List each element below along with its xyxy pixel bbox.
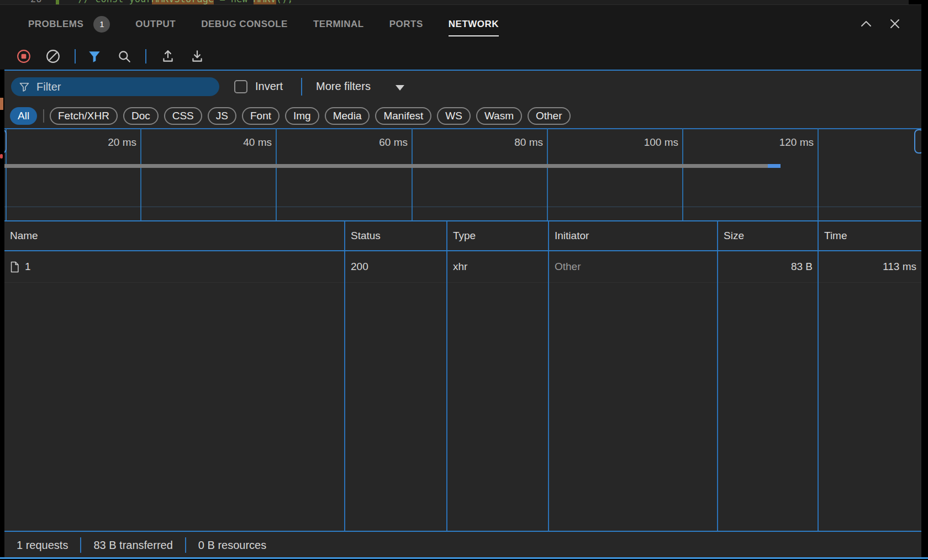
request-name-text: 1 [25, 261, 31, 273]
column-header-name[interactable]: Name [4, 221, 344, 250]
ruler-tick-40ms: 40 ms [243, 136, 272, 149]
column-header-type[interactable]: Type [446, 221, 548, 250]
overview-right-handle[interactable] [914, 129, 921, 154]
chevron-up-icon[interactable] [860, 17, 873, 30]
chip-divider [43, 109, 44, 123]
ruler-tick-100ms: 100 ms [644, 136, 678, 149]
request-row-initiator[interactable]: Other [549, 251, 717, 283]
network-devtools-panel: Filter Invert More filters All Fetch/XHR… [4, 70, 921, 557]
problems-count-badge: 1 [93, 16, 110, 33]
ruler-gridline [547, 128, 548, 221]
type-column: xhr [446, 251, 548, 531]
vscode-panel-screen: 26 // const yourMMKVStorage = new MMKV()… [0, 0, 928, 560]
request-row-name[interactable]: 1 [4, 251, 344, 283]
chip-wasm[interactable]: Wasm [476, 107, 522, 125]
more-filters-button[interactable]: More filters [316, 80, 371, 93]
chip-manifest[interactable]: Manifest [375, 107, 431, 125]
tab-network-label: NETWORK [449, 19, 499, 30]
panel-bottom-accent [0, 557, 928, 559]
initiator-column: Other [548, 251, 717, 531]
tab-ports-label: PORTS [389, 19, 423, 30]
status-separator [80, 537, 81, 553]
document-icon [10, 261, 19, 273]
filter-separator [301, 78, 302, 96]
ruler-tick-20ms: 20 ms [108, 136, 136, 149]
type-chip-row: Fetch/XHR Doc CSS JS Font Img Media Mani… [50, 107, 571, 125]
ruler-gridline [140, 128, 141, 221]
tab-problems[interactable]: PROBLEMS 1 [28, 5, 110, 43]
line-number: 26 [30, 0, 41, 4]
tab-debug-console[interactable]: DEBUG CONSOLE [201, 5, 288, 43]
ruler-gridline [412, 128, 413, 221]
chip-img[interactable]: Img [285, 107, 319, 125]
filter-placeholder: Filter [36, 81, 61, 93]
column-header-initiator[interactable]: Initiator [548, 221, 717, 250]
invert-checkbox[interactable] [234, 80, 247, 93]
panel-actions [860, 4, 901, 43]
column-header-time[interactable]: Time [818, 221, 921, 250]
request-row-size[interactable]: 83 B [718, 251, 818, 283]
tab-terminal[interactable]: TERMINAL [313, 5, 364, 43]
export-har-icon[interactable] [190, 49, 204, 64]
ruler-gridline [818, 128, 819, 221]
column-header-size[interactable]: Size [717, 221, 818, 250]
ruler-gridline [682, 128, 683, 221]
overview-request-bar-tip [768, 164, 781, 168]
dropdown-caret-icon [396, 85, 404, 91]
active-tab-underline [449, 35, 499, 36]
tab-network[interactable]: NETWORK [449, 5, 499, 43]
code-seg: (); [276, 0, 293, 4]
editor-code-line: 26 // const yourMMKVStorage = new MMKV()… [0, 0, 293, 4]
request-row-type[interactable]: xhr [447, 251, 548, 283]
tab-output-label: OUTPUT [135, 19, 176, 30]
invert-label: Invert [255, 80, 283, 93]
tab-ports[interactable]: PORTS [389, 5, 423, 43]
requests-count: 1 requests [17, 539, 68, 552]
record-stop-icon[interactable] [17, 49, 31, 64]
ruler-tick-80ms: 80 ms [514, 136, 543, 149]
size-column: 83 B [717, 251, 818, 531]
filter-funnel-icon[interactable] [87, 49, 102, 64]
import-har-icon[interactable] [161, 49, 175, 64]
code-seg-highlight: MMKVStorage [152, 0, 214, 4]
editor-edge-marker [0, 98, 3, 110]
close-icon[interactable] [888, 17, 901, 30]
chip-media[interactable]: Media [325, 107, 370, 125]
tab-output[interactable]: OUTPUT [135, 5, 176, 43]
request-row-status[interactable]: 200 [345, 251, 446, 283]
chip-other[interactable]: Other [528, 107, 571, 125]
chip-doc[interactable]: Doc [123, 107, 159, 125]
request-table-header: Name Status Type Initiator Size Time [4, 220, 921, 251]
tab-problems-label: PROBLEMS [28, 19, 83, 30]
gutter-change-bar [56, 0, 59, 4]
column-header-status[interactable]: Status [344, 221, 446, 250]
code-seg-highlight: MMKV [254, 0, 276, 4]
status-column: 200 [344, 251, 446, 531]
clear-block-icon[interactable] [46, 49, 60, 64]
toolbar-separator [145, 49, 146, 64]
chip-all[interactable]: All [10, 107, 37, 125]
request-row-time[interactable]: 113 ms [819, 251, 921, 283]
chip-font[interactable]: Font [242, 107, 280, 125]
chip-fetch-xhr[interactable]: Fetch/XHR [50, 107, 118, 125]
name-column: 1 [4, 251, 344, 531]
status-separator [185, 537, 186, 553]
ruler-top-border [4, 128, 921, 129]
chip-js[interactable]: JS [208, 107, 236, 125]
tab-terminal-label: TERMINAL [313, 19, 364, 30]
editor-edge-breakpoint [0, 154, 3, 159]
toolbar-separator [75, 49, 76, 64]
ruler-gridline [276, 128, 277, 221]
panel-tab-bar: PROBLEMS 1 OUTPUT DEBUG CONSOLE TERMINAL… [0, 4, 921, 43]
chip-css[interactable]: CSS [164, 107, 202, 125]
overview-bottom-border [4, 207, 921, 207]
network-toolbar [0, 43, 921, 70]
request-table-body: 1 200 xhr Other 83 B 113 ms [4, 251, 921, 531]
search-icon[interactable] [117, 49, 131, 64]
tab-debug-console-label: DEBUG CONSOLE [201, 19, 288, 30]
transferred-size: 83 B transferred [93, 539, 172, 552]
overview-left-handle[interactable] [4, 129, 7, 154]
network-filter-input[interactable]: Filter [11, 77, 219, 96]
chip-ws[interactable]: WS [437, 107, 471, 125]
resources-size: 0 B resources [198, 539, 266, 552]
